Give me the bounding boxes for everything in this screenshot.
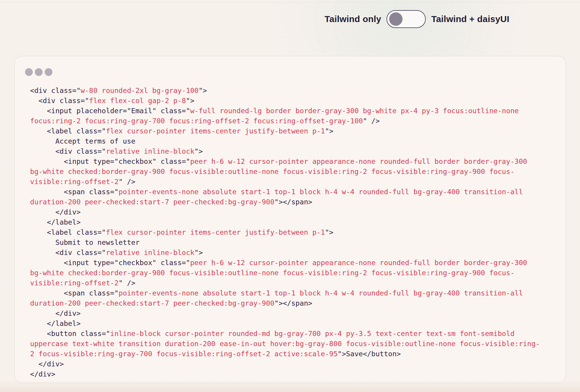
- code-line: <span class="pointer-events-none absolut…: [30, 187, 557, 197]
- code-line: <input type="checkbox" class="peer h-6 w…: [30, 156, 557, 167]
- code-line: <button class="inline-block cursor-point…: [30, 329, 557, 339]
- code-line: 2 focus-visible:ring-gray-700 focus-visi…: [30, 349, 557, 359]
- code-line: uppercase text-white transition duration…: [30, 339, 557, 349]
- code-line: duration-200 peer-checked:start-7 peer-c…: [30, 298, 557, 308]
- code-line: </div>: [30, 207, 557, 217]
- code-line: </label>: [30, 318, 557, 329]
- toggle-knob[interactable]: [389, 13, 403, 26]
- code-line: <input type="checkbox" class="peer h-6 w…: [30, 258, 557, 268]
- code-line: visible:ring-offset-2" />: [30, 278, 557, 288]
- code-window: <div class="w-80 rounded-2xl bg-gray-100…: [14, 56, 566, 383]
- code-line: Accept terms of use: [30, 136, 557, 146]
- code-line: </div>: [30, 369, 557, 379]
- window-controls: [25, 68, 52, 76]
- code-line: <input placeholder="Email" class="w-full…: [30, 106, 557, 116]
- code-block: <div class="w-80 rounded-2xl bg-gray-100…: [30, 85, 557, 379]
- window-dot-icon: [25, 68, 33, 76]
- code-line: <div class="flex flex-col gap-2 p-8">: [30, 96, 557, 106]
- code-line: </label>: [30, 217, 557, 227]
- code-line: <span class="pointer-events-none absolut…: [30, 288, 557, 298]
- code-line: </div>: [30, 359, 557, 369]
- code-line: bg-white checked:border-gray-900 focus-v…: [30, 268, 557, 278]
- code-line: duration-200 peer-checked:start-7 peer-c…: [30, 197, 557, 207]
- toggle-label-tailwind-daisyui: Tailwind + daisyUI: [431, 14, 509, 24]
- code-line: visible:ring-offset-2" />: [30, 177, 557, 187]
- code-line: focus:ring-2 focus:ring-gray-700 focus:r…: [30, 116, 557, 126]
- code-line: <div class="relative inline-block">: [30, 146, 557, 156]
- code-line: <label class="flex cursor-pointer items-…: [30, 227, 557, 237]
- code-line: Submit to newsletter: [30, 237, 557, 248]
- window-dot-icon: [45, 68, 52, 76]
- code-line: </div>: [30, 308, 557, 318]
- toggle-label-tailwind-only: Tailwind only: [325, 14, 381, 24]
- code-line: <div class="w-80 rounded-2xl bg-gray-100…: [30, 85, 557, 96]
- style-toggle-bar: Tailwind only Tailwind + daisyUI: [325, 10, 509, 28]
- top-divider: [0, 2, 580, 3]
- window-dot-icon: [35, 68, 43, 76]
- code-line: bg-white checked:border-gray-900 focus-v…: [30, 167, 557, 177]
- code-line: <div class="relative inline-block">: [30, 248, 557, 258]
- code-line: <label class="flex cursor-pointer items-…: [30, 126, 557, 136]
- tailwind-daisyui-toggle-switch[interactable]: [386, 10, 426, 28]
